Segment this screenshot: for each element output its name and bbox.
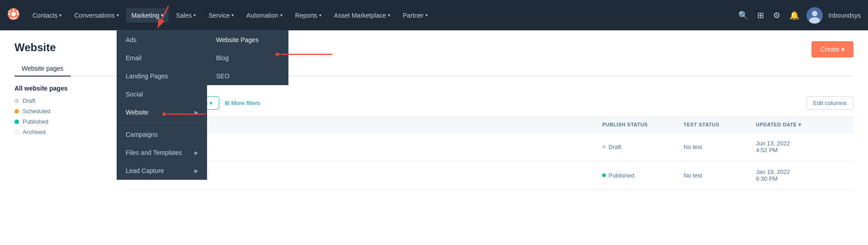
- subdropdown-website-pages[interactable]: Website Pages: [207, 31, 288, 49]
- nav-conversations[interactable]: Conversations▾: [69, 8, 124, 23]
- col-updated-date[interactable]: UPDATED DATE ▾: [756, 122, 846, 128]
- table-row[interactable]: Draft No test Jun 13, 2022 4:52 PM: [127, 133, 854, 161]
- dropdown-landing-pages[interactable]: Landing Pages: [117, 67, 207, 85]
- filter-buttons-row: Campaign ▾ Variation ▾ ⊞ More filters Ed…: [127, 96, 854, 110]
- subdropdown-blog[interactable]: Blog: [207, 49, 288, 67]
- published-status-dot: [602, 173, 606, 177]
- nav-contacts[interactable]: Contacts▾: [27, 8, 67, 23]
- nav-service[interactable]: Service▾: [203, 8, 239, 23]
- dropdown-email[interactable]: Email: [117, 49, 207, 67]
- svg-point-11: [812, 11, 817, 16]
- tab-website-pages[interactable]: Website pages: [14, 61, 71, 77]
- legend-published: Published: [14, 118, 67, 125]
- scheduled-dot: [14, 109, 19, 114]
- svg-point-1: [11, 12, 16, 16]
- legend-title: All website pages: [14, 85, 67, 92]
- col-test-status: TEST STATUS: [684, 122, 756, 128]
- marketplace-icon[interactable]: ⊞: [755, 9, 766, 22]
- nav-items: Contacts▾ Conversations▾ Marketing▾ Sale…: [27, 8, 736, 23]
- nav-automation[interactable]: Automation▾: [241, 8, 288, 23]
- notifications-icon[interactable]: 🔔: [788, 9, 801, 22]
- website-subdropdown: Website Pages Blog SEO: [207, 30, 288, 85]
- row-1-publish-status: Draft: [602, 144, 684, 150]
- table-header: PUBLISH STATUS TEST STATUS UPDATED DATE …: [127, 117, 854, 133]
- website-chevron-icon: ▶: [194, 110, 198, 115]
- row-2-publish-status: Published: [602, 172, 684, 179]
- marketing-dropdown: Ads Email Landing Pages Social Website ▶…: [117, 30, 207, 180]
- filters-section: Domain: All ▾ Campaign ▾ Variation ▾ ⊞ M…: [127, 86, 854, 190]
- row-1-date: Jun 13, 2022 4:52 PM: [756, 140, 846, 154]
- nav-sales[interactable]: Sales▾: [170, 8, 201, 23]
- top-nav: Contacts▾ Conversations▾ Marketing▾ Sale…: [0, 0, 868, 30]
- subdropdown-seo[interactable]: SEO: [207, 67, 288, 85]
- lead-capture-chevron-icon: ▶: [194, 168, 198, 174]
- nav-reports[interactable]: Reports▾: [290, 8, 327, 23]
- nav-right: 🔍 ⊞ ⚙ 🔔 Inboundsys: [736, 7, 861, 24]
- more-filters-button[interactable]: ⊞ More filters: [225, 100, 260, 106]
- dropdown-campaigns[interactable]: Campaigns: [117, 125, 207, 144]
- nav-partner[interactable]: Partner▾: [397, 8, 433, 23]
- dropdown-divider: [117, 123, 207, 124]
- table-row[interactable]: test Published No test Jan 19, 2022 6:30…: [127, 161, 854, 190]
- nav-asset-marketplace[interactable]: Asset Marketplace▾: [329, 8, 396, 23]
- avatar[interactable]: [807, 7, 823, 24]
- col-publish-status: PUBLISH STATUS: [602, 122, 684, 128]
- dropdown-files-and-templates[interactable]: Files and Templates ▶: [117, 144, 207, 162]
- row-2-test-status: No test: [684, 172, 756, 179]
- dropdown-ads[interactable]: Ads: [117, 31, 207, 49]
- hubspot-logo[interactable]: [7, 8, 20, 23]
- svg-rect-2: [13, 9, 14, 11]
- svg-rect-4: [8, 13, 10, 14]
- nav-marketing[interactable]: Marketing▾: [126, 8, 169, 23]
- legend-scheduled: Scheduled: [14, 108, 67, 115]
- sidebar-legend: All website pages Draft Scheduled Publis…: [14, 85, 67, 139]
- row-2-date: Jan 19, 2022 6:30 PM: [756, 168, 846, 182]
- dropdown-lead-capture[interactable]: Lead Capture ▶: [117, 162, 207, 180]
- files-chevron-icon: ▶: [194, 150, 198, 156]
- svg-rect-3: [13, 17, 14, 19]
- draft-dot: [14, 99, 19, 103]
- draft-status-dot: [602, 145, 606, 149]
- filters-row: Domain: All ▾: [127, 86, 854, 93]
- row-1-test-status: No test: [684, 144, 756, 150]
- create-button[interactable]: Create ▾: [811, 41, 854, 58]
- dropdown-social[interactable]: Social: [117, 85, 207, 103]
- dropdown-website[interactable]: Website ▶: [117, 103, 207, 121]
- archived-dot: [14, 130, 19, 135]
- legend-archived: Archived: [14, 129, 67, 135]
- username-label[interactable]: Inboundsys: [828, 12, 861, 19]
- edit-columns-button[interactable]: Edit columns: [807, 96, 854, 110]
- svg-rect-5: [17, 13, 19, 14]
- published-dot: [14, 120, 19, 124]
- search-icon[interactable]: 🔍: [736, 9, 750, 22]
- legend-draft: Draft: [14, 97, 67, 104]
- settings-icon[interactable]: ⚙: [771, 9, 782, 22]
